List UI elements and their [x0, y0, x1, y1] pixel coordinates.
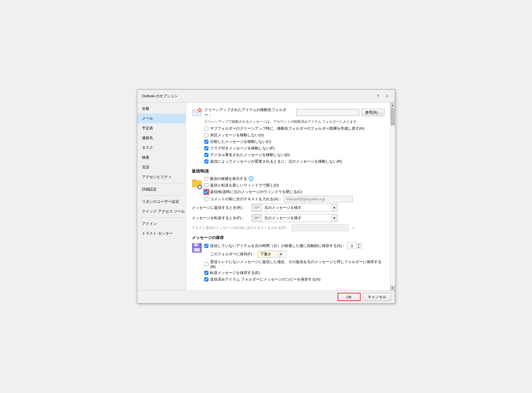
scroll-thumb[interactable]: [391, 108, 395, 125]
text-prefix-label: テキスト形式のメッセージの行頭に次のテキストを入れる(P)：: [192, 225, 289, 230]
save-section: 送信していないアイテムを次の時間（分）が経過した後に自動的に保存する(S)： 3…: [192, 243, 384, 283]
reply-same-folder-checkbox[interactable]: [204, 262, 208, 266]
sidebar-item-accessibility[interactable]: アクセシビリティ: [137, 172, 186, 182]
save-sent-label[interactable]: 送信済みアイテム フォルダーにメッセージのコピーを保存する(V): [210, 277, 320, 282]
sidebar-item-quickaccess[interactable]: クイック アクセス ツール バー: [137, 207, 186, 216]
subfolder-label[interactable]: サブフォルダーのクリーンアップ時に、移動先フォルダーのフォルダー階層を作成し直す…: [210, 126, 364, 131]
reply-same-folder-row: 受信トレイにないメッセージに返信した場合、その返信を元のメッセージと同じフォルダ…: [204, 259, 384, 269]
signed-label[interactable]: デジタル署名されたメッセージを移動しない(D): [210, 152, 290, 157]
replied-label[interactable]: 返信によってメッセージが変更されるときに、元のメッセージを移動しない(R): [210, 159, 342, 164]
save-sent-row: 送信済みアイテム フォルダーにメッセージのコピーを保存する(V): [204, 277, 384, 282]
categorized-checkbox[interactable]: [204, 140, 208, 144]
reply-options: 返信の候補を表示する i 返信と転送を新しいウィンドウで開く(O) 返信/転送時…: [204, 176, 384, 204]
auto-save-label[interactable]: 送信していないアイテムを次の時間（分）が経過した後に自動的に保存する(S)：: [210, 243, 345, 248]
spinner-up[interactable]: ▲: [356, 243, 361, 246]
reply-dropdown-row: メッセージに返信するとき(R)： 元のメッセージを残す: [192, 204, 384, 212]
unread-checkbox-row: 未読メッセージを移動しない(U): [204, 133, 384, 138]
reply-section-header: 返信/転送: [192, 169, 384, 174]
flagged-label[interactable]: フラグ付きメッセージを移動しない(F): [210, 146, 275, 151]
scroll-track[interactable]: [390, 107, 395, 286]
forward-dropdown-value: 元のメッセージを残す: [262, 215, 331, 221]
spinner-down[interactable]: ▼: [356, 246, 361, 249]
svg-rect-28: [195, 243, 197, 246]
flagged-checkbox-row: フラグ付きメッセージを移動しない(F): [204, 146, 384, 151]
comment-prefix-input[interactable]: [284, 196, 353, 202]
scroll-up-button[interactable]: ▲: [390, 103, 395, 107]
unread-label[interactable]: 未読メッセージを移動しない(U): [210, 133, 264, 138]
text-prefix-input[interactable]: [292, 224, 349, 231]
reply-dropdown[interactable]: 元のメッセージを残す ▼: [251, 204, 337, 212]
new-window-checkbox-row: 返信と転送を新しいウィンドウで開く(O): [204, 183, 384, 188]
sidebar-item-language[interactable]: 言語: [137, 162, 186, 172]
reply-dropdown-value: 元のメッセージを残す: [262, 205, 331, 210]
sidebar-item-tasks[interactable]: タスク: [137, 143, 186, 153]
sidebar-item-admin[interactable]: アドイン: [137, 219, 186, 229]
replied-checkbox[interactable]: [204, 159, 208, 164]
replied-checkbox-row: 返信によってメッセージが変更されるときに、元のメッセージを移動しない(R): [204, 159, 384, 164]
cancel-button[interactable]: キャンセル: [363, 293, 391, 301]
info-icon[interactable]: i: [249, 176, 253, 181]
sidebar-item-advanced[interactable]: 詳細設定: [137, 184, 186, 194]
unread-checkbox[interactable]: [204, 133, 208, 137]
reply-dropdown-label: メッセージに返信するとき(R)：: [192, 205, 249, 210]
sidebar-item-ribbon[interactable]: リボンのユーザー設定: [137, 197, 186, 207]
save-folder-select[interactable]: 下書き ▼: [258, 251, 286, 258]
save-options: 送信していないアイテムを次の時間（分）が経過した後に自動的に保存する(S)： 3…: [204, 243, 384, 283]
sidebar-item-mail[interactable]: メール: [137, 114, 186, 123]
close-button[interactable]: ×: [383, 92, 391, 100]
cleanup-folder-input[interactable]: [296, 109, 359, 116]
browse-button[interactable]: 参照(B)...: [361, 109, 384, 116]
save-folder-value: 下書き: [258, 251, 278, 257]
close-original-label[interactable]: 返信/転送時に元のメッセージのウィンドウを閉じる(C): [210, 189, 302, 194]
save-sent-checkbox[interactable]: [204, 277, 208, 281]
scroll-down-button[interactable]: ▼: [390, 286, 395, 290]
forward-dropdown-icon: [252, 214, 262, 222]
sidebar-item-contacts[interactable]: 連絡先: [137, 133, 186, 143]
comment-prefix-label[interactable]: コメントの前に次のテキストを入れる(A)：: [210, 196, 282, 202]
save-forwarded-row: 転送メッセージを保存する(E): [204, 270, 384, 275]
content-area: クリーンアップされたアイテムの移動先フォルダー： 参照(B)... クリーンアッ…: [186, 103, 390, 290]
signed-checkbox-row: デジタル署名されたメッセージを移動しない(D): [204, 152, 384, 157]
auto-save-checkbox[interactable]: [204, 244, 208, 248]
new-window-label[interactable]: 返信と転送を新しいウィンドウで開く(O): [210, 183, 279, 188]
reply-section: 返信の候補を表示する i 返信と転送を新しいウィンドウで開く(O) 返信/転送時…: [192, 176, 384, 231]
svg-rect-11: [201, 187, 202, 187]
help-button[interactable]: ?: [374, 92, 382, 100]
sidebar-item-general[interactable]: 全般: [137, 104, 186, 114]
save-forwarded-checkbox[interactable]: [204, 271, 208, 275]
subfolder-checkbox[interactable]: [204, 127, 208, 131]
save-folder-row: このフォルダーに保存(F)： 下書き ▼: [210, 251, 384, 258]
flagged-checkbox[interactable]: [204, 146, 208, 150]
cleanup-folder-label: クリーンアップされたアイテムの移動先フォルダー：: [204, 107, 294, 118]
sidebar-divider3: [140, 217, 183, 218]
text-prefix-value: >: [352, 226, 355, 230]
mail-delete-icon: [192, 107, 202, 118]
reply-folder-icon: [192, 177, 202, 190]
auto-save-value: 3: [347, 244, 356, 248]
forward-dropdown[interactable]: 元のメッセージを残す ▼: [251, 214, 337, 222]
suggest-reply-checkbox[interactable]: [204, 177, 208, 181]
sidebar-item-search[interactable]: 検索: [137, 153, 186, 162]
suggest-reply-label[interactable]: 返信の候補を表示する: [210, 176, 247, 181]
svg-rect-30: [195, 248, 199, 251]
reply-dropdown-icon: [252, 204, 262, 211]
signed-checkbox[interactable]: [204, 153, 208, 157]
categorized-label[interactable]: 分類したメッセージを移動しない(C): [210, 139, 271, 144]
ok-button[interactable]: OK: [338, 293, 361, 301]
auto-save-spinner[interactable]: 3 ▲ ▼: [347, 243, 361, 249]
reply-icon-row: 返信の候補を表示する i 返信と転送を新しいウィンドウで開く(O) 返信/転送時…: [192, 176, 384, 204]
sidebar-item-trustcenter[interactable]: トラスト センター: [137, 229, 186, 238]
subfolder-checkbox-row: サブフォルダーのクリーンアップ時に、移動先フォルダーのフォルダー階層を作成し直す…: [204, 126, 384, 131]
sidebar-divider2: [140, 195, 183, 196]
reply-same-folder-label[interactable]: 受信トレイにないメッセージに返信した場合、その返信を元のメッセージと同じフォルダ…: [210, 259, 384, 269]
cleanup-info-text: クリーンアップで移動されるメッセージは、アカウントの削除済みアイテム フォルダー…: [204, 119, 384, 124]
save-forwarded-label[interactable]: 転送メッセージを保存する(E): [210, 270, 260, 275]
sidebar: 全般 メール 予定表 連絡先 タスク 検索 言語 アクセシビリティ 詳細設定 リ…: [137, 103, 186, 290]
new-window-checkbox[interactable]: [204, 183, 208, 187]
comment-prefix-checkbox[interactable]: [204, 197, 208, 201]
text-prefix-row: テキスト形式のメッセージの行頭に次のテキストを入れる(P)： >: [192, 224, 384, 231]
sidebar-item-calendar[interactable]: 予定表: [137, 123, 186, 133]
svg-rect-9: [200, 188, 200, 189]
close-original-checkbox[interactable]: [204, 190, 208, 194]
title-bar: Outlook のオプション ? ×: [137, 90, 395, 103]
